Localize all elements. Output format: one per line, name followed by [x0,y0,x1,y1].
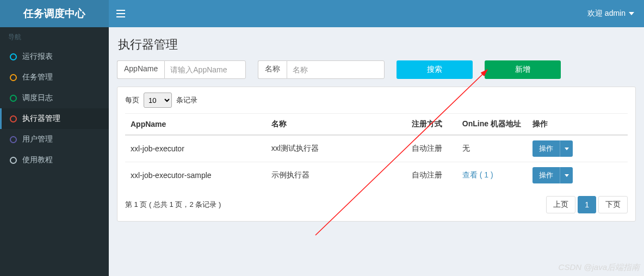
pager: 上页 1 下页 [546,196,628,213]
op-dropdown: 操作 [532,167,573,183]
cell-reg: 自动注册 [406,162,456,189]
page-length-select[interactable]: 102550100 [144,93,172,108]
per-page-suffix: 条记录 [176,95,197,105]
sidebar-item-label: 用户管理 [22,134,53,144]
chevron-down-icon [629,12,634,15]
pagination-info: 第 1 页 ( 总共 1 页，2 条记录 ) [125,200,221,210]
table-row: xxl-job-executorxxl测试执行器自动注册无操作 [125,135,628,162]
cell-name: xxl测试执行器 [266,135,407,162]
page-title: 执行器管理 [118,36,636,53]
filter-row: AppName 名称 搜索 新增 [117,60,636,79]
sidebar-item-2[interactable]: 调度日志 [0,88,109,108]
op-dropdown: 操作 [532,140,573,157]
app-logo: 任务调度中心 [0,0,109,27]
content-area: 执行器管理 AppName 名称 搜索 新增 每页 102550100 条记录 … [109,27,644,276]
data-box: 每页 102550100 条记录 AppName名称注册方式OnLine 机器地… [117,87,636,222]
sidebar-item-label: 使用教程 [22,155,53,165]
appname-label: AppName [117,60,164,79]
next-page-button[interactable]: 下页 [598,196,628,213]
add-button[interactable]: 新增 [485,60,561,79]
online-link[interactable]: 查看 ( 1 ) [462,170,493,179]
op-caret-button[interactable] [560,167,573,183]
svg-rect-1 [116,13,125,14]
name-group: 名称 [258,60,385,79]
nav-header: 导航 [0,27,109,46]
cell-appname: xxl-job-executor [125,135,266,162]
cell-op: 操作 [527,162,628,189]
search-button[interactable]: 搜索 [397,60,473,79]
sidebar-toggle-button[interactable] [109,0,133,27]
cell-appname: xxl-job-executor-sample [125,162,266,189]
sidebar: 导航 运行报表任务管理调度日志执行器管理用户管理使用教程 [0,27,109,276]
sidebar-item-3[interactable]: 执行器管理 [0,108,109,129]
circle-icon [10,95,17,102]
col-header: 注册方式 [406,114,456,136]
name-label: 名称 [258,60,287,79]
sidebar-item-5[interactable]: 使用教程 [0,150,109,170]
user-menu[interactable]: 欢迎 admin [578,0,644,27]
appname-group: AppName [117,60,246,79]
circle-icon [10,74,17,81]
caret-down-icon [565,174,569,177]
sidebar-item-4[interactable]: 用户管理 [0,129,109,150]
col-header: 操作 [527,114,628,136]
page-length-row: 每页 102550100 条记录 [125,93,628,108]
prev-page-button[interactable]: 上页 [546,196,575,213]
circle-icon [10,53,17,60]
sidebar-item-1[interactable]: 任务管理 [0,67,109,88]
app-title: 任务调度中心 [23,7,85,21]
circle-icon [10,115,17,122]
sidebar-item-label: 任务管理 [22,72,53,82]
hamburger-icon [116,10,125,17]
op-button[interactable]: 操作 [532,140,560,157]
col-header: OnLine 机器地址 [457,114,527,136]
svg-rect-0 [116,10,125,11]
per-page-prefix: 每页 [125,95,139,105]
cell-name: 示例执行器 [266,162,407,189]
sidebar-item-0[interactable]: 运行报表 [0,46,109,67]
page-1-button[interactable]: 1 [578,196,596,213]
op-button[interactable]: 操作 [532,167,560,183]
cell-online: 无 [457,135,527,162]
op-caret-button[interactable] [560,140,573,157]
appname-input[interactable] [164,60,246,79]
name-input[interactable] [287,60,385,79]
circle-icon [10,136,17,143]
table-row: xxl-job-executor-sample示例执行器自动注册查看 ( 1 )… [125,162,628,189]
executor-table: AppName名称注册方式OnLine 机器地址操作 xxl-job-execu… [125,113,628,188]
cell-reg: 自动注册 [406,135,456,162]
sidebar-item-label: 运行报表 [22,52,53,62]
svg-rect-2 [116,16,125,17]
sidebar-item-label: 执行器管理 [22,114,60,124]
cell-online: 查看 ( 1 ) [457,162,527,189]
table-footer: 第 1 页 ( 总共 1 页，2 条记录 ) 上页 1 下页 [125,196,628,213]
caret-down-icon [565,148,569,150]
sidebar-item-label: 调度日志 [22,93,53,103]
cell-op: 操作 [527,135,628,162]
col-header: 名称 [266,114,407,136]
top-bar: 任务调度中心 欢迎 admin [0,0,644,27]
circle-icon [10,157,17,164]
col-header: AppName [125,114,266,136]
welcome-text: 欢迎 admin [587,9,626,19]
